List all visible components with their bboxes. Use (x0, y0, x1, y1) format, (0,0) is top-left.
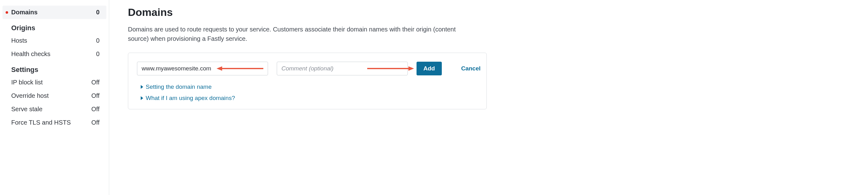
triangle-right-icon (141, 96, 143, 100)
cancel-button[interactable]: Cancel (459, 65, 483, 72)
sidebar-item-value: Off (91, 92, 99, 100)
sidebar-item-value: Off (91, 106, 99, 113)
sidebar-section-settings: Settings (2, 61, 106, 76)
domain-form-row: Add Cancel (137, 62, 478, 75)
sidebar-item-force-tls-hsts[interactable]: Force TLS and HSTS Off (2, 116, 106, 129)
main-content: Domains Domains are used to route reques… (109, 0, 868, 195)
sidebar-item-value: 0 (96, 9, 99, 16)
sidebar-item-value: Off (91, 79, 99, 86)
domain-comment-input[interactable] (277, 62, 408, 75)
sidebar-item-label: Hosts (11, 37, 27, 44)
domain-form-panel: Add Cancel Setting the domain name What … (128, 53, 487, 109)
sidebar-section-origins: Origins (2, 19, 106, 34)
sidebar-item-label: Health checks (11, 50, 51, 57)
sidebar-item-health-checks[interactable]: Health checks 0 (2, 47, 106, 61)
sidebar-item-hosts[interactable]: Hosts 0 (2, 34, 106, 47)
sidebar-item-label: Serve stale (11, 106, 42, 113)
domain-name-input[interactable] (137, 62, 268, 75)
sidebar-item-value: 0 (96, 37, 99, 44)
triangle-right-icon (141, 85, 143, 89)
sidebar-item-override-host[interactable]: Override host Off (2, 89, 106, 103)
help-link-label: Setting the domain name (146, 83, 212, 90)
sidebar-item-label: IP block list (11, 79, 43, 86)
help-link-apex-domains[interactable]: What if I am using apex domains? (141, 95, 478, 102)
sidebar-item-label: Domains (11, 9, 37, 16)
help-links: Setting the domain name What if I am usi… (137, 83, 478, 102)
help-link-domain-name[interactable]: Setting the domain name (141, 83, 478, 90)
svg-marker-3 (408, 66, 414, 71)
sidebar: Domains 0 Origins Hosts 0 Health checks … (0, 0, 109, 195)
sidebar-item-ip-block-list[interactable]: IP block list Off (2, 76, 106, 89)
sidebar-item-serve-stale[interactable]: Serve stale Off (2, 103, 106, 116)
add-button[interactable]: Add (416, 62, 442, 75)
sidebar-item-value: Off (91, 119, 99, 126)
sidebar-item-domains[interactable]: Domains 0 (2, 6, 106, 19)
sidebar-item-value: 0 (96, 50, 99, 57)
page-title: Domains (128, 6, 849, 18)
sidebar-item-label: Force TLS and HSTS (11, 119, 71, 126)
help-link-label: What if I am using apex domains? (146, 95, 235, 102)
sidebar-item-label: Override host (11, 92, 49, 100)
page-description: Domains are used to route requests to yo… (128, 25, 465, 43)
